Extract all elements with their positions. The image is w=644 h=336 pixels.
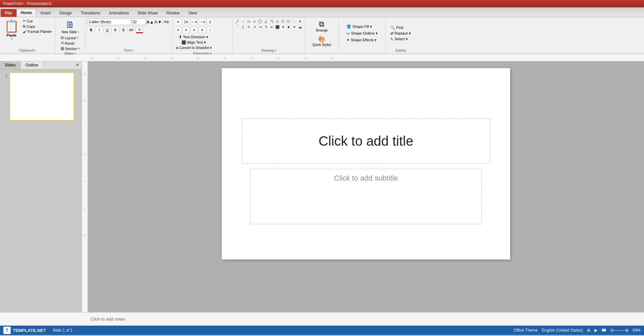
title-placeholder[interactable]: Click to add title: [242, 118, 490, 164]
new-slide-button[interactable]: 🗎 New Slide ▾: [60, 18, 80, 35]
arrange-label: Arrange: [316, 29, 328, 32]
format-painter-button[interactable]: 🖌 Format Painter: [22, 29, 53, 34]
layout-dropdown[interactable]: ▾: [77, 36, 78, 39]
shape-rtri[interactable]: ◹: [269, 18, 274, 24]
shape-sun[interactable]: ☀: [292, 24, 297, 30]
clipboard-label[interactable]: Clipboard ⧉: [19, 48, 36, 52]
shape-freeform[interactable]: ∫: [240, 24, 246, 30]
drawing-label[interactable]: Drawing ⧉: [261, 48, 276, 52]
replace-button[interactable]: ⇄ Replace ▾: [389, 31, 412, 36]
tab-slideshow[interactable]: Slide Show: [133, 9, 162, 17]
panel-close-button[interactable]: ✕: [73, 61, 82, 69]
slide-thumb-image[interactable]: [9, 72, 74, 121]
shape-penta[interactable]: ⬠: [280, 18, 286, 24]
tab-home[interactable]: Home: [16, 9, 36, 17]
view-slide-icon[interactable]: ▶: [594, 328, 597, 333]
slides-tab[interactable]: Slides: [0, 61, 21, 69]
view-normal-icon[interactable]: ⊞: [587, 328, 590, 333]
shape-expand[interactable]: ▾: [298, 18, 303, 24]
shape-conn4[interactable]: ⇑: [263, 24, 269, 30]
tab-file[interactable]: File: [1, 9, 16, 17]
font-name-input[interactable]: [88, 18, 131, 25]
bullets-button[interactable]: ≡: [174, 18, 182, 25]
shape-star2[interactable]: ★: [286, 24, 291, 30]
layout-button[interactable]: ⊟ Layout ▾: [60, 35, 81, 40]
find-button[interactable]: 🔍 Find: [389, 25, 404, 30]
numbering-button[interactable]: 1≡: [182, 18, 190, 25]
shadow-button[interactable]: S: [120, 27, 127, 33]
line-spacing-button[interactable]: ↕: [207, 27, 214, 33]
align-text-button[interactable]: ⬛ Align Text ▾: [180, 40, 207, 45]
clear-formatting-button[interactable]: Aa: [163, 18, 170, 25]
select-button[interactable]: ↖ Select ▾: [389, 37, 409, 42]
italic-button[interactable]: I: [96, 27, 103, 33]
font-expand-icon: ⧉: [131, 49, 133, 52]
increase-indent-button[interactable]: →≡: [199, 18, 206, 25]
cut-button[interactable]: ✂ Cut: [22, 18, 53, 23]
shape-conn5[interactable]: ⇐: [269, 24, 274, 30]
align-text-label: Align Text ▾: [187, 40, 206, 45]
paste-button[interactable]: 📋 Paste ▾: [2, 18, 21, 41]
align-left-button[interactable]: ≡: [174, 27, 182, 33]
font-shrink-button[interactable]: A▼: [155, 18, 162, 25]
clipboard-group: 📋 Paste ▾ ✂ Cut ⧉ Copy 🖌 Format P: [0, 18, 55, 53]
shape-conn6[interactable]: ⬛: [275, 24, 280, 30]
view-reading-icon[interactable]: 📖: [601, 328, 606, 333]
shape-conn3[interactable]: ⇒: [258, 24, 263, 30]
arrange-button[interactable]: ⧉ Arrange: [314, 18, 330, 34]
shape-circle[interactable]: ◯: [258, 18, 263, 24]
shape-cloud[interactable]: ☁: [298, 24, 303, 30]
outline-tab[interactable]: Outline: [21, 61, 43, 69]
columns-button[interactable]: ⫿: [207, 18, 214, 25]
shape-curve[interactable]: ⌒: [235, 24, 240, 30]
notes-bar[interactable]: Click to add notes: [0, 312, 644, 326]
arrange-icon: ⧉: [319, 20, 324, 29]
shape-rect[interactable]: ▭: [246, 18, 252, 24]
shape-star1[interactable]: ✦: [280, 24, 286, 30]
tab-animations[interactable]: Animations: [105, 9, 133, 17]
shape-diamond[interactable]: ◇: [275, 18, 280, 24]
zoom-slider[interactable]: ⊟────⊕: [610, 328, 629, 333]
slide-canvas[interactable]: Click to add title Click to add subtitle: [222, 68, 510, 259]
subtitle-placeholder[interactable]: Click to add subtitle: [250, 169, 482, 224]
strikethrough-button[interactable]: S: [112, 27, 119, 33]
tab-insert[interactable]: Insert: [36, 9, 55, 17]
tab-design[interactable]: Design: [55, 9, 76, 17]
copy-button[interactable]: ⧉ Copy: [22, 24, 53, 29]
justify-button[interactable]: ≡: [199, 27, 206, 33]
shape-line[interactable]: ╱: [235, 18, 240, 24]
tab-review[interactable]: Review: [162, 9, 184, 17]
font-size-input[interactable]: [132, 18, 146, 25]
shape-hex[interactable]: ⬡: [286, 18, 291, 24]
text-direction-button[interactable]: ⬆ Text Direction ▾: [178, 35, 209, 40]
bold-button[interactable]: B: [88, 27, 95, 33]
new-slide-dropdown[interactable]: ▾: [77, 31, 79, 34]
section-dropdown[interactable]: ▾: [78, 47, 80, 50]
canvas-area[interactable]: Click to add title Click to add subtitle: [88, 61, 644, 312]
font-grow-button[interactable]: A▲: [147, 18, 154, 25]
align-center-button[interactable]: ≡: [182, 27, 190, 33]
char-spacing-button[interactable]: AV: [128, 27, 135, 33]
font-color-button[interactable]: A: [136, 27, 143, 33]
slides-label[interactable]: Slides ⧉: [64, 51, 76, 55]
shape-arrow[interactable]: →: [240, 18, 246, 24]
shape-outline-button[interactable]: ▭ Shape Outline ▾: [345, 31, 379, 36]
reset-button[interactable]: ↺ Reset: [60, 41, 81, 46]
quick-styles-button[interactable]: 🎨 Quick Styles: [310, 34, 333, 48]
underline-button[interactable]: U: [104, 27, 111, 33]
shape-fill-button[interactable]: 🪣 Shape Fill ▾: [345, 24, 373, 30]
shape-effects-button[interactable]: ✦ Shape Effects ▾: [345, 37, 378, 43]
tab-view[interactable]: View: [184, 9, 201, 17]
paste-dropdown-arrow[interactable]: ▾: [11, 37, 12, 40]
shape-conn1[interactable]: ↖: [246, 24, 252, 30]
convert-smartart-button[interactable]: ⊛ Convert to SmartArt ▾: [174, 45, 213, 50]
shape-tri[interactable]: △: [263, 18, 269, 24]
tab-transitions[interactable]: Transitions: [76, 9, 104, 17]
section-button[interactable]: ▤ Section ▾: [60, 46, 81, 51]
shape-conn2[interactable]: ↗: [252, 24, 257, 30]
decrease-indent-button[interactable]: ←≡: [191, 18, 198, 25]
shape-rect2[interactable]: ▱: [252, 18, 257, 24]
font-label[interactable]: Font ⧉: [124, 48, 133, 52]
shape-more[interactable]: …: [292, 18, 297, 24]
align-right-button[interactable]: ≡: [191, 27, 198, 33]
